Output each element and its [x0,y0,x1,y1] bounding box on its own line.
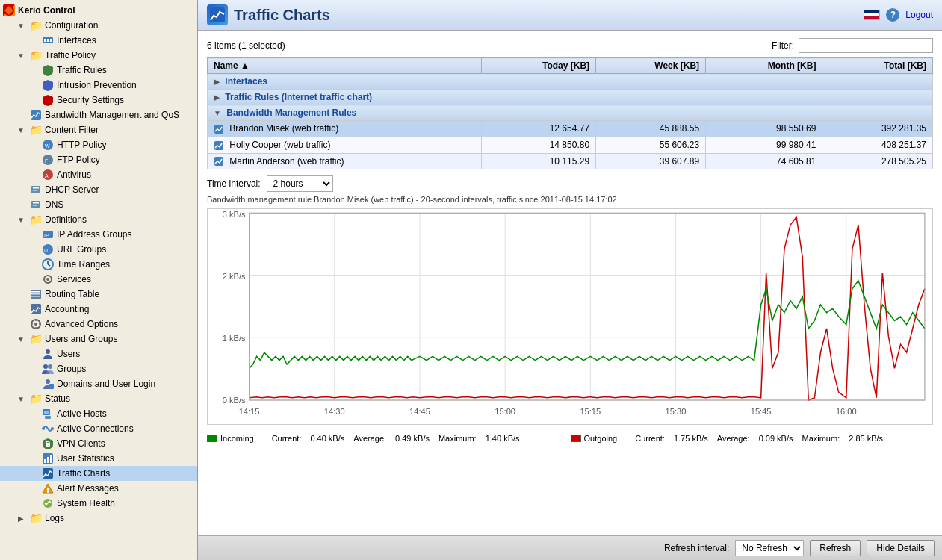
sidebar-item-groups[interactable]: Groups [0,361,197,376]
sidebar-item-dhcp[interactable]: DHCP Server [0,182,197,197]
row-today2: 14 850.80 [481,137,595,153]
sidebar-item-users[interactable]: Users [0,346,197,361]
sidebar-item-accounting[interactable]: Accounting [0,302,197,317]
sidebar-item-services[interactable]: Services [0,272,197,287]
row-today: 12 654.77 [481,121,595,137]
sidebar-item-traffic-charts[interactable]: Traffic Charts [0,466,197,481]
sidebar-item-status[interactable]: ▼ 📁 Status [0,391,197,406]
sidebar-item-advanced-options[interactable]: Advanced Options [0,317,197,332]
spacer23 [27,438,39,449]
interfaces-section-link[interactable]: Interfaces [225,76,267,87]
spacer9 [15,184,27,196]
help-icon[interactable]: ? [886,8,899,22]
outgoing-color [571,435,581,442]
traffic-table: Name ▲ Today [KB] Week [KB] Month [KB] T… [207,57,933,169]
domain-icon [42,378,54,390]
sidebar-item-active-connections[interactable]: Active Connections [0,421,197,436]
sidebar-item-traffic-rules[interactable]: Traffic Rules [0,63,197,78]
sidebar-item-active-hosts[interactable]: Active Hosts [0,406,197,421]
sidebar-item-users-groups[interactable]: ▼ 📁 Users and Groups [0,332,197,346]
sidebar-item-content-filter[interactable]: ▼ 📁 Content Filter [0,122,197,137]
col-today[interactable]: Today [KB] [481,58,595,74]
sidebar-item-http-policy[interactable]: W HTTP Policy [0,137,197,152]
incoming-label: Incoming [220,434,254,443]
sidebar-item-interfaces[interactable]: Interfaces [0,33,197,48]
dns-icon [30,199,42,211]
filter-area: Filter: [772,38,933,53]
traffic-rules-section-link[interactable]: Traffic Rules (Internet traffic chart) [225,92,372,102]
refresh-button[interactable]: Refresh [810,540,861,556]
svg-text:U: U [44,248,48,253]
col-total[interactable]: Total [KB] [822,58,933,74]
content-area: 6 items (1 selected) Filter: Name ▲ Toda… [198,31,942,535]
row-name3: Martin Anderson (web traffic) [208,153,482,169]
svg-rect-51 [44,459,46,463]
outgoing-maximum: 2.85 kB/s [849,434,883,443]
sidebar-item-traffic-policy[interactable]: ▼ 📁 Traffic Policy [0,48,197,63]
page-icon [207,4,228,25]
time-ranges-label: Time Ranges [57,259,110,270]
table-row[interactable]: Martin Anderson (web traffic) 10 115.29 … [208,153,933,169]
page-title: Traffic Charts [234,7,330,24]
table-row[interactable]: Brandon Misek (web traffic) 12 654.77 45… [208,121,933,137]
row-week2: 55 606.23 [596,137,706,153]
sidebar-item-antivirus[interactable]: A Antivirus [0,167,197,182]
sidebar-item-kerio-control[interactable]: Kerio Control [0,3,197,18]
traffic-chart-svg: 3 kB/s 2 kB/s 1 kB/s 0 kB/s 14:15 14:30 … [208,209,932,424]
spacer16 [15,303,27,315]
svg-text:IP: IP [44,233,49,238]
folder-icon7: 📁 [30,512,42,524]
sidebar-item-definitions[interactable]: ▼ 📁 Definitions [0,212,197,227]
language-flag[interactable] [864,10,880,20]
http-icon: W [42,139,54,151]
svg-rect-60 [214,125,223,134]
refresh-interval-select[interactable]: No Refresh 10 seconds 30 seconds 1 minut… [735,540,804,556]
interfaces-label: Interfaces [57,35,96,46]
sidebar-item-configuration[interactable]: ▼ 📁 Configuration [0,18,197,33]
logs-label: Logs [45,513,64,523]
sidebar-item-logs[interactable]: ▶ 📁 Logs [0,511,197,526]
svg-rect-57 [47,491,49,493]
svg-rect-16 [33,202,39,204]
chart-legend: Incoming Current: 0.40 kB/s Average: 0.4… [207,431,933,446]
sidebar-item-dns[interactable]: DNS [0,197,197,212]
svg-point-47 [51,427,54,430]
col-name[interactable]: Name ▲ [208,58,482,74]
section-interfaces[interactable]: ▶ Interfaces [208,74,933,90]
config-label: Configuration [45,20,98,31]
sidebar-item-ip-address-groups[interactable]: IP IP Address Groups [0,227,197,242]
col-week[interactable]: Week [KB] [596,58,706,74]
sidebar-item-time-ranges[interactable]: Time Ranges [0,257,197,272]
hide-details-button[interactable]: Hide Details [867,540,935,556]
section-bandwidth[interactable]: ▼ Bandwidth Management Rules [208,105,933,121]
section-traffic-rules[interactable]: ▶ Traffic Rules (Internet traffic chart) [208,90,933,105]
sidebar-kerio-label: Kerio Control [18,5,75,16]
sidebar-item-security-settings[interactable]: Security Settings [0,93,197,108]
spacer21 [27,408,39,420]
col-month[interactable]: Month [KB] [706,58,822,74]
row-name: Brandon Misek (web traffic) [208,121,482,137]
svg-point-46 [42,427,45,430]
bandwidth-section-link[interactable]: Bandwidth Management Rules [226,108,356,118]
status-label: Status [45,393,70,404]
user-statistics-label: User Statistics [57,453,114,464]
sidebar-item-user-statistics[interactable]: User Statistics [0,451,197,466]
spacer22 [27,423,39,435]
row-total3: 278 505.25 [822,153,933,169]
sidebar-item-vpn-clients[interactable]: VPN Clients [0,436,197,451]
sidebar-item-domains-user-login[interactable]: Domains and User Login [0,376,197,391]
outgoing-average: 0.09 kB/s [759,434,793,443]
content-filter-label: Content Filter [45,125,99,135]
sidebar-item-bandwidth[interactable]: Bandwidth Management and QoS [0,108,197,122]
logout-link[interactable]: Logout [905,10,933,20]
sidebar-item-alert-messages[interactable]: Alert Messages [0,481,197,496]
time-interval-select[interactable]: 30 minutes 1 hour 2 hours 6 hours 12 hou… [267,175,333,192]
advanced-icon [30,318,42,330]
sidebar-item-routing-table[interactable]: Routing Table [0,287,197,302]
sidebar-item-system-health[interactable]: System Health [0,496,197,511]
table-row[interactable]: Holly Cooper (web traffic) 14 850.80 55 … [208,137,933,153]
sidebar-item-ftp-policy[interactable]: F FTP Policy [0,152,197,167]
sidebar-item-url-groups[interactable]: U URL Groups [0,242,197,257]
sidebar-item-intrusion-prevention[interactable]: Intrusion Prevention [0,78,197,93]
filter-input[interactable] [799,38,933,53]
